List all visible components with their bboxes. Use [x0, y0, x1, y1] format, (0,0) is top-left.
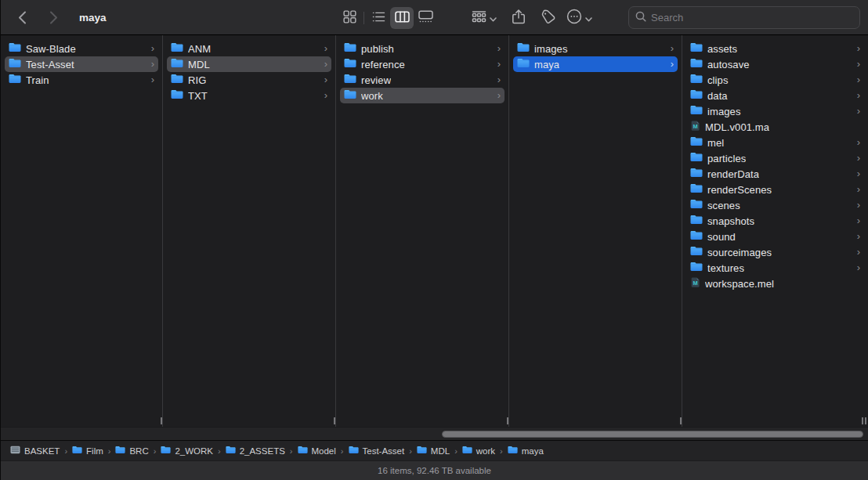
file-row[interactable]: Train›	[5, 72, 158, 88]
share-button[interactable]	[512, 6, 525, 30]
file-row[interactable]: sourceimages›	[686, 244, 864, 260]
folder-icon	[517, 42, 530, 55]
file-row[interactable]: MMDL.v001.ma	[686, 119, 864, 135]
file-row[interactable]: images›	[686, 103, 864, 119]
folder-icon	[690, 89, 703, 102]
chevron-right-icon: ›	[324, 90, 327, 101]
path-item[interactable]: Test-Asset	[349, 446, 405, 456]
list-view-icon	[372, 11, 385, 26]
title-bar: maya	[1, 0, 868, 35]
file-row[interactable]: Saw-Blade›	[5, 41, 158, 56]
file-label: TXT	[188, 90, 208, 102]
file-row[interactable]: autosave›	[686, 56, 864, 72]
forward-button[interactable]	[45, 8, 62, 28]
group-by-icon	[472, 10, 486, 27]
file-row[interactable]: Mworkspace.mel	[686, 276, 864, 291]
file-row[interactable]: particles›	[686, 150, 864, 166]
folder-icon	[344, 58, 356, 70]
file-label: textures	[707, 262, 744, 274]
file-label: reference	[361, 59, 405, 70]
file-row[interactable]: textures›	[686, 260, 864, 276]
file-row[interactable]: publish›	[340, 41, 505, 56]
file-row[interactable]: mel›	[686, 135, 864, 150]
file-label: maya	[534, 59, 559, 70]
path-item[interactable]: maya	[508, 446, 544, 456]
search-field[interactable]	[628, 6, 860, 29]
file-label: renderScenes	[707, 184, 772, 196]
file-label: images	[534, 43, 568, 55]
status-text: 16 items, 92.46 TB available	[378, 466, 491, 475]
status-bar: 16 items, 92.46 TB available	[1, 460, 868, 480]
file-row[interactable]: assets›	[686, 41, 864, 56]
file-row[interactable]: sound›	[686, 229, 864, 244]
file-row[interactable]: work›	[340, 88, 505, 103]
path-item[interactable]: Model	[298, 446, 336, 456]
file-label: assets	[707, 43, 737, 55]
file-row[interactable]: ANM›	[167, 41, 331, 56]
column-4: images›maya›	[509, 35, 682, 427]
path-separator-icon: ›	[218, 446, 221, 456]
icon-view-button[interactable]	[338, 7, 361, 29]
chevron-right-icon: ›	[857, 153, 860, 164]
chevron-right-icon: ›	[857, 74, 860, 85]
folder-icon	[690, 168, 703, 180]
chevron-right-icon: ›	[671, 59, 674, 70]
share-icon	[512, 9, 525, 27]
path-bar: BASKET›Film›BRC›2_WORK›2_ASSETS›Model›Te…	[1, 440, 868, 460]
path-separator-icon: ›	[154, 446, 157, 456]
file-row[interactable]: snapshots›	[686, 213, 864, 229]
file-row[interactable]: renderData›	[686, 166, 864, 182]
chevron-right-icon: ›	[857, 168, 860, 179]
chevron-right-icon: ›	[857, 106, 860, 117]
file-label: Test-Asset	[26, 59, 74, 70]
file-row[interactable]: maya›	[513, 56, 678, 72]
group-button[interactable]	[472, 6, 497, 30]
folder-icon	[690, 105, 703, 117]
path-separator-icon: ›	[108, 446, 111, 456]
folder-icon	[171, 74, 183, 86]
file-row[interactable]: MDL›	[167, 56, 331, 72]
gallery-view-icon	[418, 10, 433, 26]
file-label: review	[361, 74, 391, 86]
folder-icon	[690, 230, 703, 243]
path-item[interactable]: BASKET	[10, 446, 60, 456]
chevron-right-icon: ›	[497, 90, 501, 101]
list-view-button[interactable]	[367, 7, 390, 29]
file-row[interactable]: clips›	[686, 72, 864, 88]
folder-icon	[690, 215, 703, 227]
path-item[interactable]: Film	[72, 446, 103, 456]
tag-button[interactable]	[541, 6, 556, 30]
column-resize-handle[interactable]	[862, 417, 866, 424]
file-label: data	[707, 90, 728, 102]
file-row[interactable]: TXT›	[167, 88, 331, 103]
file-row[interactable]: data›	[686, 88, 864, 103]
path-item[interactable]: 2_WORK	[161, 446, 213, 456]
file-row[interactable]: reference›	[340, 56, 505, 72]
file-row[interactable]: scenes›	[686, 197, 864, 213]
disk-icon	[10, 446, 20, 456]
path-item[interactable]: MDL	[417, 446, 450, 456]
file-row[interactable]: Test-Asset›	[5, 56, 158, 72]
folder-icon	[690, 42, 703, 55]
column-view-button[interactable]	[390, 7, 414, 29]
more-options-button[interactable]	[566, 6, 592, 30]
chevron-right-icon: ›	[497, 59, 501, 70]
search-input[interactable]	[651, 12, 853, 23]
chevron-right-icon: ›	[151, 59, 154, 70]
path-separator-icon: ›	[64, 446, 67, 456]
folder-icon	[690, 58, 703, 70]
file-row[interactable]: review›	[340, 72, 505, 88]
horizontal-scrollbar-thumb[interactable]	[442, 431, 863, 438]
back-button[interactable]	[13, 8, 31, 28]
file-label: work	[361, 90, 383, 102]
path-separator-icon: ›	[409, 446, 412, 456]
path-item[interactable]: 2_ASSETS	[226, 446, 285, 456]
file-row[interactable]: RIG›	[167, 72, 331, 88]
horizontal-scrollbar-track[interactable]	[1, 427, 868, 440]
path-item[interactable]: work	[462, 446, 495, 456]
path-item[interactable]: BRC	[115, 446, 148, 456]
file-row[interactable]: renderScenes›	[686, 182, 864, 197]
gallery-view-button[interactable]	[414, 7, 437, 29]
file-row[interactable]: images›	[513, 41, 678, 56]
chevron-right-icon: ›	[857, 247, 860, 258]
